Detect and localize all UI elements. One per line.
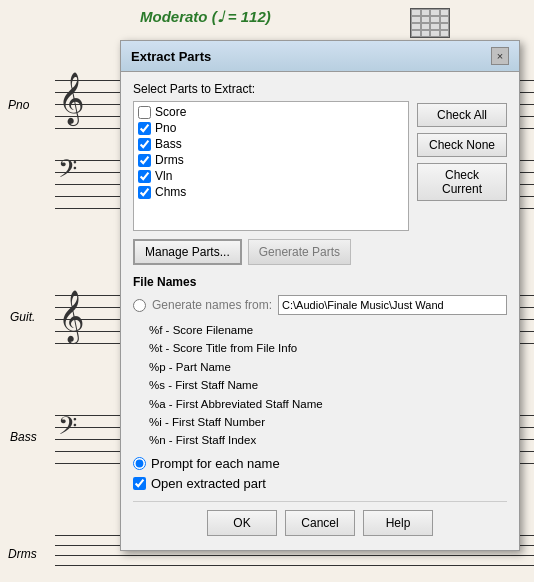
check-none-button[interactable]: Check None: [417, 133, 507, 157]
tempo-marking: Moderato (♩ = 112): [140, 8, 271, 26]
generate-names-radio[interactable]: [133, 299, 146, 312]
open-extracted-row: Open extracted part: [133, 476, 507, 491]
prompt-label: Prompt for each name: [151, 456, 280, 471]
part-item: Vln: [136, 168, 406, 184]
open-extracted-checkbox[interactable]: [133, 477, 146, 490]
part-checkbox[interactable]: [138, 170, 151, 183]
part-item: Score: [136, 104, 406, 120]
format-code-line: %i - First Staff Number: [149, 413, 507, 431]
tempo-text: Moderato: [140, 8, 208, 25]
part-label: Pno: [155, 121, 176, 135]
part-label: Chms: [155, 185, 186, 199]
pno-instrument-label: Pno: [8, 98, 29, 112]
generate-parts-button: Generate Parts: [248, 239, 351, 265]
format-code-line: %n - First Staff Index: [149, 431, 507, 449]
format-codes: %f - Score Filename%t - Score Title from…: [149, 321, 507, 450]
bottom-buttons: OK Cancel Help: [133, 501, 507, 540]
check-all-button[interactable]: Check All: [417, 103, 507, 127]
part-label: Vln: [155, 169, 172, 183]
fret-diagram: [410, 8, 450, 38]
format-code-line: %t - Score Title from File Info: [149, 339, 507, 357]
dialog-titlebar: Extract Parts ×: [121, 41, 519, 72]
generate-names-label: Generate names from:: [152, 298, 272, 312]
generate-names-row: Generate names from:: [133, 295, 507, 315]
dialog-title: Extract Parts: [131, 49, 211, 64]
manage-generate-row: Manage Parts... Generate Parts: [133, 239, 507, 265]
part-item: Pno: [136, 120, 406, 136]
part-label: Bass: [155, 137, 182, 151]
format-code-line: %f - Score Filename: [149, 321, 507, 339]
parts-action-buttons: Check All Check None Check Current: [417, 101, 507, 231]
parts-list[interactable]: ScorePnoBassDrmsVlnChms: [133, 101, 409, 231]
bass-instrument-label: Bass: [10, 430, 37, 444]
part-checkbox[interactable]: [138, 122, 151, 135]
prompt-radio[interactable]: [133, 457, 146, 470]
part-label: Drms: [155, 153, 184, 167]
drms-instrument-label: Drms: [8, 547, 37, 561]
bass-clef-bass: 𝄢: [58, 412, 77, 447]
guitar-instrument-label: Guit.: [10, 310, 35, 324]
help-button[interactable]: Help: [363, 510, 433, 536]
open-extracted-label: Open extracted part: [151, 476, 266, 491]
part-item: Bass: [136, 136, 406, 152]
part-checkbox[interactable]: [138, 138, 151, 151]
part-item: Chms: [136, 184, 406, 200]
file-names-section: File Names Generate names from: %f - Sco…: [133, 275, 507, 491]
part-checkbox[interactable]: [138, 186, 151, 199]
tempo-symbol: (♩ = 112): [212, 8, 271, 25]
format-code-line: %p - Part Name: [149, 358, 507, 376]
generate-names-input[interactable]: [278, 295, 507, 315]
treble-clef-pno: 𝄞: [58, 72, 85, 125]
prompt-row: Prompt for each name: [133, 456, 507, 471]
dialog-body: Select Parts to Extract: ScorePnoBassDrm…: [121, 72, 519, 550]
check-current-button[interactable]: Check Current: [417, 163, 507, 201]
close-button[interactable]: ×: [491, 47, 509, 65]
parts-container: ScorePnoBassDrmsVlnChms Check All Check …: [133, 101, 507, 231]
format-code-line: %s - First Staff Name: [149, 376, 507, 394]
cancel-button[interactable]: Cancel: [285, 510, 355, 536]
file-names-label: File Names: [133, 275, 507, 289]
treble-clef-guitar: 𝄞: [58, 290, 85, 343]
part-item: Drms: [136, 152, 406, 168]
ok-button[interactable]: OK: [207, 510, 277, 536]
part-label: Score: [155, 105, 186, 119]
select-parts-label: Select Parts to Extract:: [133, 82, 507, 96]
part-checkbox[interactable]: [138, 106, 151, 119]
manage-parts-button[interactable]: Manage Parts...: [133, 239, 242, 265]
part-checkbox[interactable]: [138, 154, 151, 167]
bass-clef-pno: 𝄢: [58, 155, 77, 190]
extract-parts-dialog: Extract Parts × Select Parts to Extract:…: [120, 40, 520, 551]
format-code-line: %a - First Abbreviated Staff Name: [149, 395, 507, 413]
